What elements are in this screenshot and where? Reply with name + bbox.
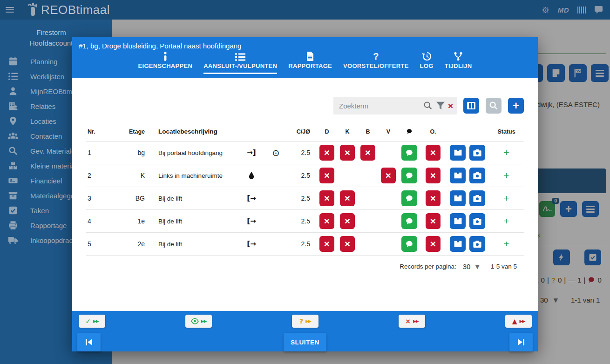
folder-icon bbox=[454, 240, 462, 248]
check-forward-button[interactable]: ✓▶▶ bbox=[79, 315, 105, 328]
filter-funnel-icon[interactable] bbox=[436, 101, 445, 110]
user-initials[interactable]: MD bbox=[558, 6, 569, 14]
sidebar-item-label: Rapportage bbox=[30, 222, 67, 229]
chat-icon[interactable] bbox=[595, 6, 603, 14]
fast-forward-icon: ▶▶ bbox=[413, 319, 419, 324]
header-o[interactable]: O. bbox=[420, 128, 446, 135]
comment-button[interactable] bbox=[401, 145, 417, 161]
table-row[interactable]: 2KLinks in machineruimte2.5×××+ bbox=[86, 164, 524, 187]
header-comment-icon[interactable] bbox=[399, 128, 420, 135]
skip-first-button[interactable] bbox=[77, 333, 101, 351]
history-icon bbox=[422, 51, 432, 61]
close-button[interactable]: SLUITEN bbox=[284, 333, 326, 351]
header-v[interactable]: V bbox=[378, 128, 399, 135]
d-cross-icon[interactable]: × bbox=[319, 168, 334, 183]
documents-button[interactable] bbox=[450, 236, 466, 252]
warning-forward-button-glyph: ▲ bbox=[512, 318, 517, 324]
sidebar-item-label: Planning bbox=[30, 58, 57, 66]
columns-icon bbox=[467, 102, 475, 109]
k-cross-icon[interactable]: × bbox=[340, 236, 355, 252]
comment-button[interactable] bbox=[401, 213, 417, 229]
add-status-icon[interactable]: + bbox=[503, 170, 509, 181]
skip-last-button[interactable] bbox=[509, 333, 533, 351]
add-status-icon[interactable]: + bbox=[503, 238, 509, 249]
add-status-icon[interactable]: + bbox=[503, 193, 509, 204]
app-logo[interactable]: REOBtimaal bbox=[27, 3, 110, 17]
tab-rapportage[interactable]: RAPPORTAGE bbox=[288, 50, 332, 74]
k-cross-icon[interactable]: × bbox=[340, 213, 355, 229]
k-cross-icon[interactable]: × bbox=[340, 145, 355, 161]
b-cross-icon[interactable]: × bbox=[360, 145, 375, 161]
header-status[interactable]: Status bbox=[489, 128, 524, 135]
k-cross-icon[interactable]: × bbox=[340, 190, 355, 206]
fast-forward-icon: ▶▶ bbox=[201, 319, 207, 324]
map-pin-icon bbox=[7, 116, 19, 126]
warning-forward-button[interactable]: ▲▶▶ bbox=[505, 315, 532, 328]
skip-previous-icon bbox=[85, 338, 93, 346]
tab-tijdlijn[interactable]: TIJDLIJN bbox=[445, 50, 472, 74]
cell-locatie: Bij portaal hoofdingang bbox=[147, 149, 240, 156]
hamburger-menu-icon[interactable] bbox=[6, 6, 14, 14]
header-nr[interactable]: Nr. bbox=[86, 128, 112, 135]
d-cross-icon[interactable]: × bbox=[319, 213, 334, 229]
comment-icon bbox=[405, 172, 413, 180]
list-icon bbox=[7, 72, 19, 81]
table-row[interactable]: 41eBij de lift[→2.5×××+ bbox=[86, 210, 524, 233]
eye-forward-button[interactable]: ▶▶ bbox=[185, 315, 212, 328]
o-cross-icon[interactable]: × bbox=[426, 236, 441, 252]
quick-filter-row: ✓▶▶▶▶?▶▶×▶▶▲▶▶ bbox=[79, 315, 532, 328]
comment-button[interactable] bbox=[401, 190, 417, 206]
cross-forward-button[interactable]: ×▶▶ bbox=[399, 315, 425, 328]
documents-button[interactable] bbox=[450, 168, 466, 183]
comment-button[interactable] bbox=[401, 236, 417, 252]
header-k[interactable]: K bbox=[337, 128, 358, 135]
table-row[interactable]: 1bgBij portaal hoofdingang→]⊙2.5××××+ bbox=[86, 142, 524, 164]
o-cross-icon[interactable]: × bbox=[426, 145, 441, 161]
add-status-icon[interactable]: + bbox=[503, 147, 509, 158]
tab-voorstel-offerte[interactable]: ? VOORSTEL/OFFERTE bbox=[343, 50, 409, 74]
header-etage[interactable]: Etage bbox=[112, 128, 147, 135]
folder-icon bbox=[454, 149, 462, 156]
cell-locatie: Links in machineruimte bbox=[147, 172, 240, 179]
photo-button[interactable] bbox=[469, 236, 485, 252]
header-d[interactable]: D bbox=[317, 128, 337, 135]
photo-button[interactable] bbox=[469, 145, 485, 161]
search-icon[interactable] bbox=[423, 101, 433, 111]
archive-icon bbox=[7, 190, 19, 201]
documents-button[interactable] bbox=[450, 213, 466, 229]
photo-button[interactable] bbox=[469, 168, 485, 183]
table-row[interactable]: 52eBij de lift[→2.5×××+ bbox=[86, 233, 524, 256]
chevron-down-icon[interactable]: ▼ bbox=[475, 263, 479, 270]
documents-button[interactable] bbox=[450, 145, 466, 161]
tab-log[interactable]: LOG bbox=[420, 50, 434, 74]
v-cross-icon[interactable]: × bbox=[381, 168, 396, 183]
add-status-icon[interactable]: + bbox=[503, 216, 509, 227]
header-locatie[interactable]: Locatiebeschrijving bbox=[147, 128, 240, 135]
documents-button[interactable] bbox=[450, 190, 466, 206]
columns-button[interactable] bbox=[463, 98, 479, 114]
question-forward-button[interactable]: ?▶▶ bbox=[292, 315, 319, 328]
o-cross-icon[interactable]: × bbox=[426, 213, 441, 229]
add-row-button[interactable]: + bbox=[508, 98, 524, 114]
o-cross-icon[interactable]: × bbox=[426, 190, 441, 206]
search-input[interactable] bbox=[339, 102, 420, 110]
table-row[interactable]: 3BGBij de lift[→2.5×××+ bbox=[86, 187, 524, 210]
settings-gear-icon[interactable]: ⚙ bbox=[542, 5, 549, 15]
photo-button[interactable] bbox=[469, 190, 485, 206]
barcode-icon[interactable] bbox=[577, 7, 586, 13]
timeline-icon bbox=[453, 51, 463, 61]
photo-button[interactable] bbox=[469, 213, 485, 229]
per-page-value[interactable]: 30 bbox=[463, 263, 471, 270]
tab-aansluit-vulpunten[interactable]: AANSLUIT-/VULPUNTEN bbox=[203, 50, 277, 74]
header-b[interactable]: B bbox=[358, 128, 378, 135]
tab-eigenschappen[interactable]: EIGENSCHAPPEN bbox=[138, 50, 193, 74]
o-cross-icon[interactable]: × bbox=[426, 168, 441, 183]
d-cross-icon[interactable]: × bbox=[319, 145, 334, 161]
zoom-search-button[interactable] bbox=[486, 98, 502, 114]
d-cross-icon[interactable]: × bbox=[319, 190, 334, 206]
clear-search-icon[interactable]: × bbox=[448, 101, 453, 110]
header-cjo[interactable]: C/JØ bbox=[289, 128, 317, 135]
comment-button[interactable] bbox=[401, 168, 417, 183]
d-cross-icon[interactable]: × bbox=[319, 236, 334, 252]
folder-icon bbox=[454, 217, 462, 225]
